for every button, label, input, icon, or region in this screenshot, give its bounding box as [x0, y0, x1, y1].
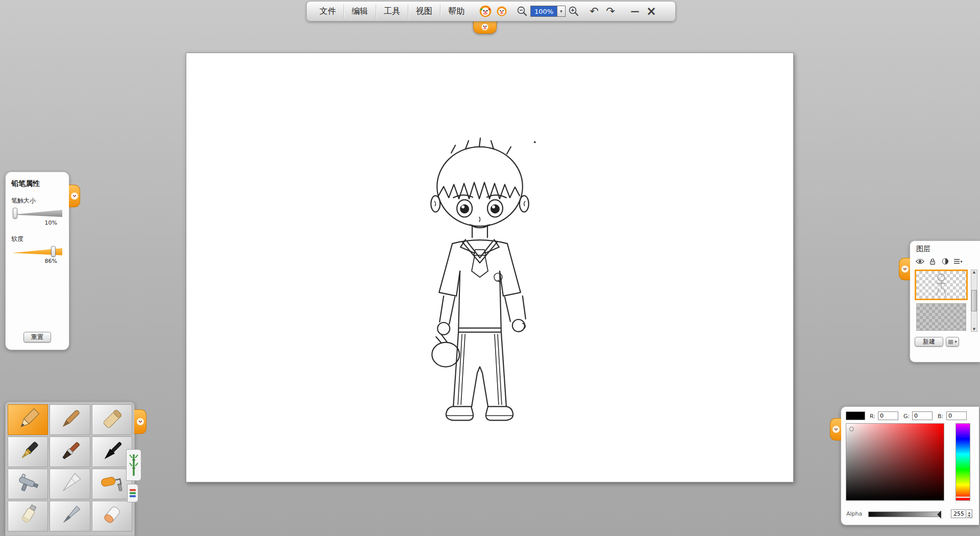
new-layer-options-button[interactable]: ▾ — [946, 337, 959, 347]
list-icon — [948, 339, 953, 345]
palette-tab[interactable] — [134, 409, 146, 434]
pencil-panel-tab[interactable] — [69, 185, 80, 207]
paintbrush-icon — [55, 439, 85, 465]
sv-cursor[interactable] — [849, 427, 854, 431]
red-input[interactable] — [878, 411, 898, 420]
list-icon — [953, 258, 960, 264]
zoom-out-icon — [517, 6, 528, 17]
clown-button-2[interactable] — [495, 4, 509, 19]
brush-size-slider[interactable] — [11, 209, 63, 218]
menu-view[interactable]: 视图 — [408, 2, 440, 21]
blue-input[interactable] — [946, 411, 967, 420]
clown-icon — [832, 425, 840, 433]
scroll-up-icon[interactable]: ▲ — [973, 270, 975, 274]
minimize-button[interactable]: — — [628, 4, 642, 19]
clown-icon — [479, 5, 492, 18]
scrollbar-thumb[interactable] — [971, 290, 977, 311]
wood-stick-icon — [55, 407, 85, 432]
blue-bar-icon — [130, 495, 136, 497]
fountain-pen-icon — [13, 439, 43, 465]
tool-eraser[interactable] — [92, 501, 132, 531]
zoom-out-button[interactable] — [515, 4, 529, 19]
toolbar-handle-tab[interactable] — [473, 19, 497, 34]
reset-button[interactable]: 重置 — [23, 332, 51, 343]
zoom-in-icon — [568, 6, 579, 17]
spinner-down-icon[interactable]: ▼ — [968, 514, 970, 517]
ink-brush-icon — [97, 439, 127, 465]
alpha-input[interactable] — [951, 509, 966, 518]
tool-paper-stump[interactable] — [50, 469, 90, 499]
minimize-icon: — — [631, 7, 640, 16]
color-panel-tab[interactable] — [830, 418, 841, 441]
saturation-value-picker[interactable] — [846, 423, 944, 501]
zoom-input[interactable] — [530, 6, 557, 17]
softness-handle[interactable] — [51, 246, 56, 257]
clown-icon — [480, 21, 490, 32]
layer-visibility-button[interactable] — [915, 257, 924, 265]
close-button[interactable]: × — [644, 4, 658, 19]
new-layer-button[interactable]: 新建 — [915, 337, 943, 347]
paint-tube-icon — [13, 503, 43, 529]
menu-tools[interactable]: 工具 — [376, 2, 408, 21]
paint-roller-icon — [97, 471, 127, 497]
layers-scrollbar[interactable]: ▲ ▼ — [971, 270, 977, 332]
green-input[interactable] — [912, 411, 933, 420]
clown-icon — [70, 192, 79, 200]
tool-paint-tube[interactable] — [8, 501, 48, 531]
alpha-label: Alpha — [846, 510, 862, 517]
tool-fountain-pen[interactable] — [8, 436, 48, 467]
redo-button[interactable]: ↷ — [603, 4, 618, 19]
tool-pencil[interactable] — [8, 404, 48, 435]
layer-menu-button[interactable]: ▾ — [953, 257, 963, 265]
layer-thumbnail-active[interactable] — [915, 270, 968, 300]
zoom-in-button[interactable] — [567, 4, 581, 19]
pencil-panel-title: 铅笔属性 — [11, 179, 63, 188]
green-bar-icon — [130, 492, 136, 494]
brush-size-value: 10% — [11, 220, 63, 226]
main-toolbar: 文件 编辑 工具 视图 帮助 ▾ — [306, 1, 676, 21]
blue-label: B: — [938, 413, 943, 420]
redo-icon: ↷ — [606, 6, 615, 17]
menu-edit[interactable]: 编辑 — [344, 2, 376, 21]
brush-size-label: 笔触大小 — [11, 197, 63, 205]
menu-help[interactable]: 帮助 — [440, 2, 472, 21]
layers-panel-tab[interactable] — [899, 258, 910, 280]
tool-chalk[interactable] — [92, 404, 132, 435]
alpha-spinner[interactable]: ▲ ▼ — [967, 509, 972, 518]
alpha-pointer[interactable] — [937, 510, 941, 519]
contrast-icon — [942, 258, 949, 265]
undo-icon: ↶ — [590, 6, 599, 17]
tool-airbrush[interactable] — [8, 469, 48, 499]
hue-marker[interactable] — [956, 497, 970, 498]
chalk-icon — [97, 407, 127, 432]
tool-metal-stylus[interactable] — [50, 501, 90, 531]
bamboo-icon — [129, 453, 138, 477]
drawing-canvas[interactable] — [186, 53, 794, 482]
menu-file[interactable]: 文件 — [312, 2, 344, 21]
alpha-slider[interactable] — [868, 511, 941, 517]
clown-icon — [901, 265, 909, 273]
clown-button-1[interactable] — [478, 4, 493, 19]
color-set-tab[interactable] — [127, 484, 138, 502]
layer-thumbnail-2[interactable] — [916, 303, 966, 331]
scroll-down-icon[interactable]: ▼ — [973, 327, 975, 331]
current-color-swatch[interactable] — [846, 411, 865, 420]
tool-wood-stick[interactable] — [50, 404, 90, 435]
bamboo-brush-tab[interactable] — [126, 449, 141, 481]
color-picker-panel: R: G: B: Alpha ▲ ▼ — [841, 406, 979, 525]
zoom-dropdown-button[interactable]: ▾ — [557, 6, 566, 17]
layers-panel: 图层 ▾ — [910, 240, 980, 362]
hue-slider[interactable] — [955, 423, 970, 501]
brush-size-handle[interactable] — [13, 208, 17, 218]
chevron-down-icon: ▾ — [960, 259, 962, 264]
clown-icon — [136, 418, 144, 426]
softness-slider[interactable] — [11, 247, 63, 256]
layer-opacity-button[interactable] — [941, 257, 950, 265]
metal-stylus-icon — [55, 503, 85, 529]
layer-lock-button[interactable] — [928, 257, 937, 265]
red-bar-icon — [130, 489, 136, 491]
tool-paintbrush[interactable] — [50, 436, 90, 467]
eraser-icon — [97, 503, 127, 529]
undo-button[interactable]: ↶ — [587, 4, 601, 19]
brush-tool-palette — [5, 402, 135, 536]
